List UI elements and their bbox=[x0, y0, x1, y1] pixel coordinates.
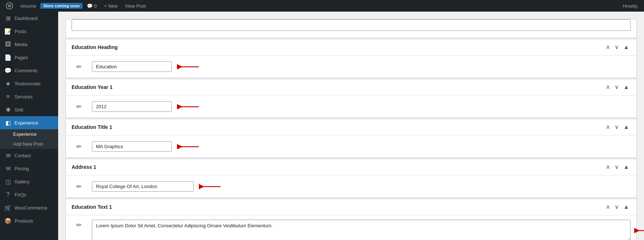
education-year-body: ✏ bbox=[66, 95, 636, 118]
experience-submenu: Experience Add New Post bbox=[0, 129, 58, 149]
sidebar-item-experience[interactable]: ◧ Experience bbox=[0, 116, 58, 129]
education-text-collapse-btn[interactable]: ▲ bbox=[622, 203, 631, 211]
address-arrow bbox=[195, 183, 224, 190]
sidebar-submenu-add-new-post[interactable]: Add New Post bbox=[0, 139, 58, 149]
new-button[interactable]: + New bbox=[101, 0, 120, 12]
education-year-down-btn[interactable]: ∨ bbox=[613, 84, 620, 91]
address-input[interactable] bbox=[92, 181, 194, 192]
media-icon: 🖼 bbox=[4, 41, 12, 48]
wp-logo-button[interactable]: W bbox=[3, 0, 16, 12]
education-heading-block: Education Heading ∧ ∨ ▲ ✏ bbox=[65, 39, 637, 78]
sidebar-submenu-experience[interactable]: Experience bbox=[0, 129, 58, 139]
education-text-header: Education Text 1 ∧ ∨ ▲ bbox=[66, 199, 636, 215]
education-year-header: Education Year 1 ∧ ∨ ▲ bbox=[66, 79, 636, 95]
address-title: Address 1 bbox=[72, 164, 96, 170]
sidebar-item-comments[interactable]: 💬 Comments bbox=[0, 64, 58, 77]
address-block: Address 1 ∧ ∨ ▲ ✏ bbox=[65, 159, 637, 198]
education-text-block: Education Text 1 ∧ ∨ ▲ ✏ Lorem Ipsum Dol… bbox=[65, 199, 637, 240]
sidebar-item-dashboard[interactable]: ⊞ Dashboard bbox=[0, 12, 58, 25]
education-title-input[interactable] bbox=[92, 141, 172, 152]
education-year-up-btn[interactable]: ∧ bbox=[604, 84, 612, 91]
pages-icon: 📄 bbox=[4, 54, 12, 61]
gallery-icon: ◫ bbox=[4, 178, 12, 185]
education-title-header: Education Title 1 ∧ ∨ ▲ bbox=[66, 119, 636, 135]
education-year-collapse-btn[interactable]: ▲ bbox=[622, 84, 631, 91]
site-name[interactable]: resume bbox=[17, 0, 39, 12]
top-textarea-field[interactable] bbox=[72, 19, 631, 31]
howdy-label: Howdy, bbox=[623, 3, 641, 9]
view-post-button[interactable]: View Post bbox=[122, 0, 149, 12]
education-year-arrow bbox=[173, 103, 202, 110]
education-text-textarea[interactable]: Lorem Ipsum Dolor Sit Amet, Consectetur … bbox=[92, 220, 631, 240]
education-text-arrow bbox=[631, 227, 644, 234]
sidebar-item-pricing[interactable]: ✉ Pricing bbox=[0, 162, 58, 175]
address-down-btn[interactable]: ∨ bbox=[613, 163, 620, 171]
education-title-up-btn[interactable]: ∧ bbox=[604, 123, 612, 131]
education-year-controls: ∧ ∨ ▲ bbox=[604, 84, 631, 91]
sidebar-item-faqs[interactable]: ? FAQs bbox=[0, 188, 58, 201]
sidebar-item-posts[interactable]: 📝 Posts bbox=[0, 25, 58, 38]
posts-icon: 📝 bbox=[4, 28, 12, 35]
address-collapse-btn[interactable]: ▲ bbox=[622, 163, 631, 171]
content-area: Education Heading ∧ ∨ ▲ ✏ bbox=[58, 12, 644, 240]
admin-bar: W resume Store coming soon 💬 0 + New Vie… bbox=[0, 0, 644, 12]
education-text-edit-icon[interactable]: ✏ bbox=[72, 220, 86, 229]
svg-text:W: W bbox=[8, 4, 11, 8]
education-heading-up-btn[interactable]: ∧ bbox=[604, 44, 612, 51]
contact-icon: ✉ bbox=[4, 152, 12, 159]
products-icon: 📦 bbox=[4, 217, 12, 224]
education-heading-edit-icon[interactable]: ✏ bbox=[72, 63, 86, 71]
skill-icon: ✱ bbox=[4, 106, 12, 113]
education-heading-title: Education Heading bbox=[72, 44, 118, 50]
education-title-arrow bbox=[173, 143, 202, 150]
sidebar-item-woocommerce[interactable]: 🛒 WooCommerce bbox=[0, 201, 58, 214]
main-layout: ⊞ Dashboard 📝 Posts 🖼 Media 📄 Pages 💬 Co… bbox=[0, 12, 644, 240]
dashboard-icon: ⊞ bbox=[4, 15, 12, 22]
services-icon: ≡ bbox=[4, 93, 12, 100]
education-title-input-wrapper bbox=[92, 141, 172, 152]
education-text-down-btn[interactable]: ∨ bbox=[613, 203, 620, 211]
education-title-down-btn[interactable]: ∨ bbox=[613, 123, 620, 131]
education-title-collapse-btn[interactable]: ▲ bbox=[622, 123, 631, 131]
sidebar-item-testimonials[interactable]: ★ Testimonials bbox=[0, 77, 58, 90]
top-textarea-block bbox=[65, 19, 637, 38]
sidebar-item-media[interactable]: 🖼 Media bbox=[0, 38, 58, 51]
education-text-title: Education Text 1 bbox=[72, 204, 112, 210]
pricing-icon: ✉ bbox=[4, 165, 12, 172]
education-year-input[interactable] bbox=[92, 101, 172, 112]
education-title-edit-icon[interactable]: ✏ bbox=[72, 143, 86, 151]
store-badge[interactable]: Store coming soon bbox=[40, 3, 82, 9]
education-title-block: Education Title 1 ∧ ∨ ▲ ✏ bbox=[65, 119, 637, 158]
education-heading-arrow bbox=[173, 63, 202, 70]
education-heading-header: Education Heading ∧ ∨ ▲ bbox=[66, 39, 636, 56]
comments-button[interactable]: 💬 0 bbox=[84, 0, 100, 12]
education-title-body: ✏ bbox=[66, 135, 636, 158]
address-edit-icon[interactable]: ✏ bbox=[72, 183, 86, 191]
sidebar-item-contact[interactable]: ✉ Contact bbox=[0, 149, 58, 162]
testimonials-icon: ★ bbox=[4, 80, 12, 87]
education-text-up-btn[interactable]: ∧ bbox=[604, 203, 612, 211]
woocommerce-icon: 🛒 bbox=[4, 204, 12, 211]
education-text-textarea-wrapper: Lorem Ipsum Dolor Sit Amet, Consectetur … bbox=[92, 220, 631, 240]
address-controls: ∧ ∨ ▲ bbox=[604, 163, 631, 171]
sidebar-item-services[interactable]: ≡ Services bbox=[0, 90, 58, 103]
top-textarea-wrapper bbox=[66, 19, 636, 38]
address-input-wrapper bbox=[92, 181, 194, 192]
education-text-controls: ∧ ∨ ▲ bbox=[604, 203, 631, 211]
education-year-block: Education Year 1 ∧ ∨ ▲ ✏ bbox=[65, 79, 637, 118]
sidebar-item-skill[interactable]: ✱ Skill bbox=[0, 103, 58, 116]
education-year-edit-icon[interactable]: ✏ bbox=[72, 103, 86, 111]
sidebar-item-pages[interactable]: 📄 Pages bbox=[0, 51, 58, 64]
education-heading-input[interactable] bbox=[92, 61, 172, 72]
education-heading-input-wrapper bbox=[92, 61, 172, 72]
experience-icon: ◧ bbox=[4, 119, 12, 126]
address-header: Address 1 ∧ ∨ ▲ bbox=[66, 159, 636, 175]
faqs-icon: ? bbox=[4, 191, 12, 198]
education-heading-down-btn[interactable]: ∨ bbox=[613, 44, 620, 51]
sidebar-item-gallery[interactable]: ◫ Gallery bbox=[0, 175, 58, 188]
education-heading-collapse-btn[interactable]: ▲ bbox=[622, 44, 631, 51]
education-title-title: Education Title 1 bbox=[72, 124, 112, 130]
sidebar-item-products[interactable]: 📦 Products bbox=[0, 214, 58, 227]
address-up-btn[interactable]: ∧ bbox=[604, 163, 612, 171]
address-body: ✏ bbox=[66, 175, 636, 198]
